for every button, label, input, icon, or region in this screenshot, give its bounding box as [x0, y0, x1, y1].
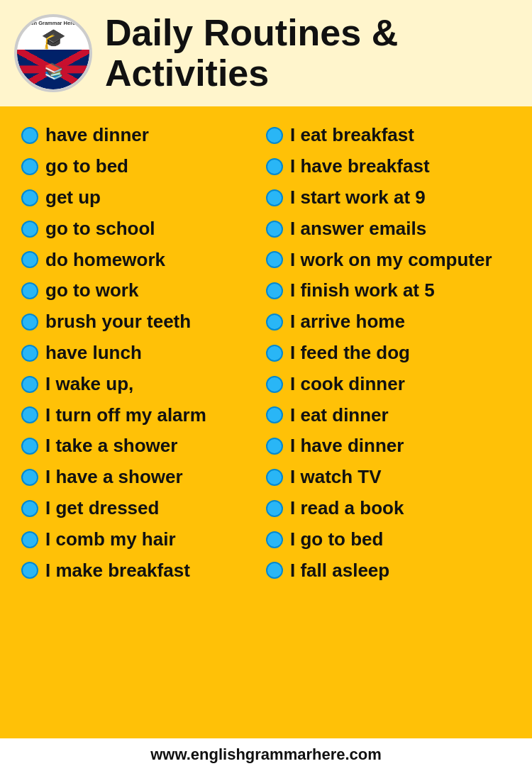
bullet-icon: [21, 158, 38, 175]
header: English Grammar Here.Com 🎓 📚 Daily Routi…: [0, 0, 532, 106]
item-label: I feed the dog: [290, 341, 410, 365]
item-label: I take a shower: [45, 434, 177, 458]
item-label: I have dinner: [290, 434, 404, 458]
bullet-icon: [21, 438, 38, 455]
list-item: I have a shower: [21, 462, 266, 492]
list-item: have dinner: [21, 121, 266, 150]
item-label: I read a book: [290, 497, 404, 521]
list-item: go to bed: [21, 152, 266, 182]
list-item: do homework: [21, 245, 266, 275]
footer: www.englishgrammarhere.com: [0, 738, 532, 771]
list-item: I comb my hair: [21, 525, 266, 555]
list-item: go to work: [21, 276, 266, 306]
bullet-icon: [266, 562, 283, 579]
list-item: brush your teeth: [21, 307, 266, 337]
item-label: I finish work at 5: [290, 279, 435, 303]
list-item: I take a shower: [21, 431, 266, 461]
list-item: I watch TV: [266, 462, 511, 492]
bullet-icon: [266, 500, 283, 517]
item-label: get up: [45, 186, 101, 210]
item-label: I turn off my alarm: [45, 404, 206, 428]
bullet-icon: [21, 469, 38, 486]
bullet-icon: [21, 314, 38, 331]
list-item: I arrive home: [266, 307, 511, 337]
bullet-icon: [21, 251, 38, 268]
list-item: I fall asleep: [266, 556, 511, 586]
bullet-icon: [266, 438, 283, 455]
item-label: I watch TV: [290, 465, 382, 489]
bullet-icon: [266, 221, 283, 238]
bullet-icon: [266, 406, 283, 423]
item-label: I work on my computer: [290, 248, 492, 272]
bullet-icon: [21, 282, 38, 299]
item-label: I have a shower: [45, 465, 183, 489]
item-label: go to work: [45, 279, 138, 303]
item-label: go to bed: [45, 155, 128, 179]
list-item: I start work at 9: [266, 183, 511, 213]
item-label: have lunch: [45, 341, 142, 365]
list-item: I turn off my alarm: [21, 401, 266, 431]
bullet-icon: [21, 221, 38, 238]
item-label: I cook dinner: [290, 372, 405, 396]
list-item: I make breakfast: [21, 556, 266, 586]
list-item: get up: [21, 183, 266, 213]
bullet-icon: [21, 562, 38, 579]
item-label: I have breakfast: [290, 155, 430, 179]
bullet-icon: [21, 500, 38, 517]
item-label: I comb my hair: [45, 528, 176, 552]
list-item: I feed the dog: [266, 338, 511, 368]
logo-text: English Grammar Here.Com: [17, 20, 89, 26]
item-label: I fall asleep: [290, 559, 389, 583]
list-item: I get dressed: [21, 494, 266, 523]
bullet-icon: [21, 531, 38, 548]
item-label: I make breakfast: [45, 559, 190, 583]
item-label: have dinner: [45, 123, 149, 148]
bullet-icon: [21, 406, 38, 423]
list-item: I eat breakfast: [266, 121, 511, 150]
list-item: I wake up,: [21, 370, 266, 399]
item-label: I eat breakfast: [290, 123, 414, 148]
logo: English Grammar Here.Com 🎓 📚: [14, 14, 92, 92]
list-item: I work on my computer: [266, 245, 511, 275]
content-area: have dinnergo to bedget upgo to schooldo…: [0, 106, 532, 731]
bullet-icon: [266, 158, 283, 175]
list-item: I go to bed: [266, 525, 511, 555]
bullet-icon: [266, 469, 283, 486]
book-icon: 📚: [44, 62, 63, 81]
item-label: I get dressed: [45, 497, 159, 521]
left-column: have dinnergo to bedget upgo to schooldo…: [21, 121, 266, 724]
grad-icon: 🎓: [41, 27, 66, 50]
bullet-icon: [266, 251, 283, 268]
list-item: I finish work at 5: [266, 276, 511, 306]
bullet-icon: [266, 282, 283, 299]
item-label: I arrive home: [290, 310, 405, 334]
list-item: I have breakfast: [266, 152, 511, 182]
page-title: Daily Routines & Activities: [105, 13, 398, 94]
item-label: I answer emails: [290, 217, 426, 241]
bullet-icon: [266, 376, 283, 393]
bullet-icon: [21, 127, 38, 144]
bullet-icon: [21, 189, 38, 206]
list-item: I cook dinner: [266, 370, 511, 399]
item-label: I eat dinner: [290, 404, 389, 428]
item-label: do homework: [45, 248, 165, 272]
list-item: I have dinner: [266, 431, 511, 461]
item-label: go to school: [45, 217, 155, 241]
list-item: I eat dinner: [266, 401, 511, 431]
bullet-icon: [21, 376, 38, 393]
bullet-icon: [266, 189, 283, 206]
bullet-icon: [266, 127, 283, 144]
item-label: brush your teeth: [45, 310, 191, 334]
bullet-icon: [266, 314, 283, 331]
bullet-icon: [266, 345, 283, 362]
bullet-icon: [266, 531, 283, 548]
footer-url: www.englishgrammarhere.com: [150, 745, 382, 763]
list-item: I answer emails: [266, 214, 511, 244]
item-label: I start work at 9: [290, 186, 426, 210]
bullet-icon: [21, 345, 38, 362]
item-label: I wake up,: [45, 372, 133, 396]
list-item: have lunch: [21, 338, 266, 368]
list-item: I read a book: [266, 494, 511, 523]
right-column: I eat breakfastI have breakfastI start w…: [266, 121, 511, 724]
item-label: I go to bed: [290, 528, 383, 552]
